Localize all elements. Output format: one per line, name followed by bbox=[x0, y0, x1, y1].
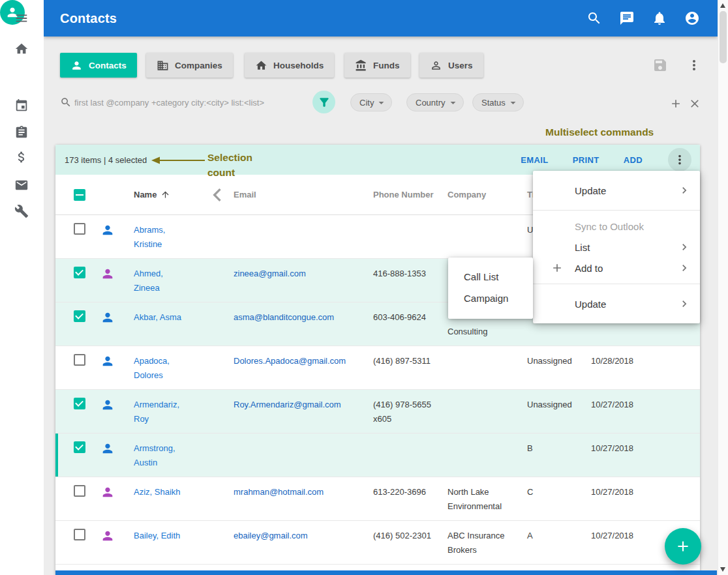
column-header-email[interactable]: Email bbox=[230, 190, 369, 199]
tab-label: Households bbox=[273, 61, 324, 70]
collapse-columns-chevron-icon[interactable] bbox=[204, 182, 230, 208]
add-button[interactable]: ADD bbox=[624, 155, 643, 165]
multiselect-actions: EMAIL PRINT ADD bbox=[521, 148, 691, 171]
contact-name-link[interactable]: Aziz, Shaikh bbox=[134, 487, 181, 497]
contact-name-link[interactable]: Ahmed, Zineea bbox=[134, 269, 163, 293]
page-title: Contacts bbox=[60, 11, 117, 26]
filter-chip-country[interactable]: Country bbox=[406, 93, 464, 111]
save-icon[interactable] bbox=[652, 57, 668, 73]
contact-phone: 416-888-1353 bbox=[369, 259, 443, 302]
tab-label: Companies bbox=[175, 61, 222, 70]
contact-company bbox=[443, 390, 523, 433]
menu-item-list[interactable]: List bbox=[533, 237, 700, 258]
row-checkbox[interactable] bbox=[74, 310, 85, 322]
menu-item-update-2[interactable]: Update bbox=[533, 289, 700, 318]
plus-icon bbox=[551, 261, 564, 274]
close-icon[interactable] bbox=[688, 97, 701, 110]
screen: Contacts Contacts Companies Households F… bbox=[0, 0, 728, 575]
tab-companies[interactable]: Companies bbox=[146, 53, 233, 78]
person-avatar-icon bbox=[100, 485, 115, 499]
contact-name-link[interactable]: Armendariz, Roy bbox=[134, 400, 179, 424]
contact-tier: A bbox=[523, 521, 588, 564]
contact-email[interactable]: mrahman@hotmail.com bbox=[234, 487, 324, 497]
row-checkbox[interactable] bbox=[74, 223, 85, 235]
sort-ascending-icon bbox=[160, 190, 170, 199]
chevron-right-icon bbox=[678, 261, 691, 274]
company-icon bbox=[157, 59, 169, 72]
money-icon[interactable] bbox=[14, 150, 29, 164]
add-contact-fab[interactable] bbox=[665, 528, 701, 565]
filter-chip-status[interactable]: Status bbox=[472, 93, 524, 111]
scroll-up-arrow-icon[interactable] bbox=[720, 3, 725, 8]
table-row[interactable]: Aziz, Shaikh mrahman@hotmail.com 613-220… bbox=[55, 477, 700, 521]
select-all-checkbox[interactable] bbox=[74, 189, 85, 201]
person-avatar-icon bbox=[100, 354, 115, 368]
scrollbar-thumb[interactable] bbox=[720, 11, 727, 63]
table-row[interactable]: Armendariz, Roy Roy.Armendariz@gmail.com… bbox=[55, 390, 700, 434]
contact-phone: 603-406-9624 bbox=[369, 302, 443, 346]
person-avatar-icon bbox=[100, 310, 115, 325]
tasks-icon[interactable] bbox=[14, 125, 29, 140]
tab-funds[interactable]: Funds bbox=[344, 53, 410, 78]
search-input[interactable] bbox=[74, 95, 304, 110]
row-checkbox[interactable] bbox=[74, 529, 85, 540]
contact-email[interactable]: zineea@gmail.com bbox=[234, 269, 306, 278]
menu-icon[interactable] bbox=[14, 11, 29, 25]
contact-name-link[interactable]: Abrams, Kristine bbox=[134, 225, 165, 249]
calendar-icon[interactable] bbox=[14, 98, 29, 113]
column-header-name[interactable]: Name bbox=[123, 190, 200, 199]
account-icon[interactable] bbox=[684, 10, 700, 26]
table-row[interactable]: Bailey, Edith ebailey@gmail.com (416) 50… bbox=[55, 521, 700, 565]
filter-icon[interactable] bbox=[312, 91, 335, 113]
contact-company bbox=[443, 215, 523, 258]
tools-icon[interactable] bbox=[14, 204, 29, 218]
row-checkbox[interactable] bbox=[74, 398, 85, 409]
menu-item-update[interactable]: Update bbox=[533, 176, 700, 205]
contact-email[interactable]: Roy.Armendariz@gmail.com bbox=[234, 400, 341, 409]
person-avatar-icon bbox=[100, 529, 115, 543]
table-row[interactable]: Apadoca, Dolores Dolores.Apadoca@gmail.c… bbox=[55, 346, 700, 390]
tab-contacts[interactable]: Contacts bbox=[60, 53, 137, 78]
tab-users[interactable]: Users bbox=[419, 53, 483, 78]
vertical-scrollbar[interactable] bbox=[718, 0, 728, 575]
chip-label: City bbox=[359, 98, 374, 108]
row-checkbox[interactable] bbox=[74, 441, 85, 453]
mail-icon[interactable] bbox=[14, 178, 29, 192]
person-avatar-icon bbox=[100, 267, 115, 281]
contact-email[interactable]: Dolores.Apadoca@gmail.com bbox=[234, 356, 346, 366]
filter-chip-city[interactable]: City bbox=[350, 93, 392, 111]
column-header-phone[interactable]: Phone Number bbox=[369, 190, 443, 199]
kebab-icon[interactable] bbox=[686, 57, 702, 73]
contact-phone: (416) 978-5655 x605 bbox=[369, 390, 443, 433]
print-button[interactable]: PRINT bbox=[573, 155, 599, 165]
search-icon[interactable] bbox=[586, 10, 602, 26]
contact-email[interactable]: asma@blanditcongue.com bbox=[234, 312, 334, 322]
scroll-down-arrow-icon[interactable] bbox=[720, 567, 725, 572]
add-filter-icon[interactable] bbox=[669, 97, 682, 110]
contact-email[interactable]: ebailey@gmail.com bbox=[234, 531, 308, 540]
row-checkbox[interactable] bbox=[74, 354, 85, 366]
chip-label: Country bbox=[416, 98, 446, 108]
row-checkbox[interactable] bbox=[74, 485, 85, 497]
submenu-item-call-list[interactable]: Call List bbox=[448, 266, 533, 288]
contact-name-link[interactable]: Bailey, Edith bbox=[134, 531, 180, 540]
bottom-bar bbox=[55, 570, 717, 575]
row-checkbox[interactable] bbox=[74, 267, 85, 278]
notifications-icon[interactable] bbox=[652, 10, 667, 26]
chevron-right-icon bbox=[678, 184, 691, 197]
tab-households[interactable]: Households bbox=[245, 53, 334, 78]
tab-label: Users bbox=[448, 61, 473, 70]
home-icon[interactable] bbox=[14, 42, 29, 56]
column-header-company[interactable]: Company bbox=[443, 190, 523, 199]
tab-label: Funds bbox=[373, 61, 400, 70]
table-row[interactable]: Armstrong, Austin B 10/27/2018 bbox=[55, 434, 700, 477]
email-button[interactable]: EMAIL bbox=[521, 155, 548, 165]
chat-icon[interactable] bbox=[619, 10, 635, 26]
multiselect-kebab-icon[interactable] bbox=[668, 148, 691, 171]
submenu-item-campaign[interactable]: Campaign bbox=[448, 288, 533, 309]
contact-name-link[interactable]: Apadoca, Dolores bbox=[134, 356, 170, 380]
contact-name-link[interactable]: Armstrong, Austin bbox=[134, 443, 175, 467]
selection-count: 173 items | 4 selected bbox=[65, 155, 147, 165]
menu-item-add-to[interactable]: Add to bbox=[533, 258, 700, 278]
contact-name-link[interactable]: Akbar, Asma bbox=[134, 312, 181, 322]
